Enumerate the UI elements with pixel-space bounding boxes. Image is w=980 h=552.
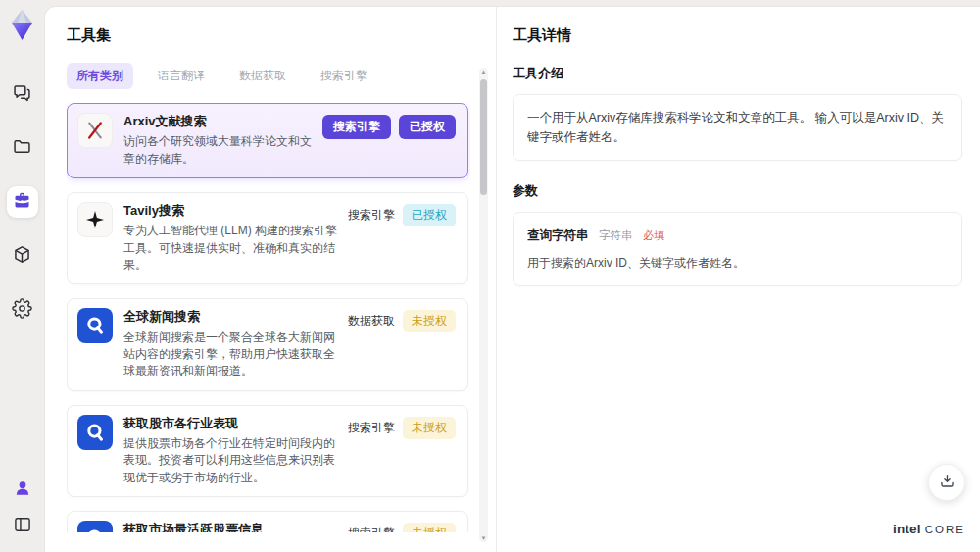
app-logo[interactable] [6, 8, 38, 43]
nav-chat[interactable] [7, 78, 38, 110]
category-tab-label: 搜索引擎 [320, 69, 368, 82]
toolbox-icon [12, 190, 32, 215]
tool-description: 全球新闻搜索是一个聚合全球各大新闻网站内容的搜索引擎，帮助用户快速获取全球最新资… [123, 329, 337, 380]
search-app-icon [77, 415, 113, 450]
category-tab-3[interactable]: 搜索引擎 [311, 63, 377, 89]
rail-bottom [0, 477, 44, 540]
tool-list-panel: 工具集 所有类别 语言翻译 数据获取 搜索引擎 Arxiv文献搜索 访问各个研究… [45, 7, 497, 552]
tool-body: 获取股市各行业表现 提供股票市场各个行业在特定时间段内的表现。投资者可以利用这些… [123, 415, 337, 486]
tool-status-badge[interactable]: 已授权 [399, 115, 456, 139]
tool-category-label: 搜索引擎 [348, 417, 395, 439]
tool-body: 全球新闻搜索 全球新闻搜索是一个聚合全球各大新闻网站内容的搜索引擎，帮助用户快速… [123, 308, 337, 379]
download-button[interactable] [928, 464, 965, 501]
param-box: 查询字符串 字符串 必填 用于搜索的Arxiv ID、关键字或作者姓名。 [513, 212, 962, 286]
tool-meta: 搜索引擎 已授权 [322, 113, 456, 168]
folder-icon [12, 136, 32, 161]
param-header: 查询字符串 字符串 必填 [527, 226, 948, 245]
tool-name: 获取市场最活跃股票信息 [123, 521, 337, 532]
params-heading: 参数 [513, 182, 962, 200]
tool-category-label: 搜索引擎 [348, 204, 395, 226]
intro-text: 一个用于从Arxiv存储库搜索科学论文和文章的工具。 输入可以是Arxiv ID… [527, 111, 944, 144]
category-tab-label: 所有类别 [76, 69, 123, 82]
category-tab-1[interactable]: 语言翻译 [148, 63, 215, 89]
cube-icon [12, 244, 32, 269]
param-description: 用于搜索的Arxiv ID、关键字或作者姓名。 [527, 254, 948, 273]
tool-category-label[interactable]: 搜索引擎 [322, 115, 391, 139]
user-icon [13, 478, 32, 502]
category-tab-label: 语言翻译 [158, 69, 205, 82]
param-name: 查询字符串 [527, 228, 589, 242]
download-icon [938, 472, 956, 494]
tool-meta: 数据获取 未授权 [348, 308, 456, 379]
tool-meta: 搜索引擎 未授权 [348, 415, 456, 486]
tool-body: Arxiv文献搜索 访问各个研究领域大量科学论文和文章的存储库。 [123, 113, 312, 168]
intro-box: 一个用于从Arxiv存储库搜索科学论文和文章的工具。 输入可以是Arxiv ID… [513, 94, 962, 161]
tool-cards: Arxiv文献搜索 访问各个研究领域大量科学论文和文章的存储库。 搜索引擎 已授… [67, 103, 470, 532]
tool-body: 获取市场最活跃股票信息 提供当天交易量最高的股票列表，投资者可以利用这些信息来识… [123, 521, 337, 532]
tool-name: Tavily搜索 [123, 202, 337, 220]
page-title: 工具集 [67, 26, 470, 45]
tool-card[interactable]: Tavily搜索 专为人工智能代理 (LLM) 构建的搜索引擎工具。可快速提供实… [67, 192, 468, 284]
brand-intel: intel [893, 522, 921, 536]
tool-card[interactable]: 获取股市各行业表现 提供股票市场各个行业在特定时间段内的表现。投资者可以利用这些… [67, 405, 468, 497]
category-tab-0[interactable]: 所有类别 [67, 63, 133, 89]
nav-toolbox[interactable] [7, 186, 38, 218]
tool-meta: 搜索引擎 未授权 [348, 521, 456, 532]
tool-category-label: 数据获取 [348, 310, 395, 332]
tavily-star-icon [77, 202, 113, 237]
brand-core: CORE [925, 524, 965, 535]
category-tabs: 所有类别 语言翻译 数据获取 搜索引擎 [67, 63, 470, 89]
tool-detail-panel: 工具详情 工具介绍 一个用于从Arxiv存储库搜索科学论文和文章的工具。 输入可… [497, 7, 980, 552]
tool-status-badge: 已授权 [403, 204, 456, 226]
detail-title: 工具详情 [513, 26, 962, 45]
scroll-down-icon[interactable]: ▼ [479, 534, 488, 542]
tool-category-label: 搜索引擎 [348, 523, 395, 532]
tool-body: Tavily搜索 专为人工智能代理 (LLM) 构建的搜索引擎工具。可快速提供实… [123, 202, 337, 274]
nav-files[interactable] [7, 132, 38, 164]
tool-card[interactable]: Arxiv文献搜索 访问各个研究领域大量科学论文和文章的存储库。 搜索引擎 已授… [67, 103, 468, 178]
user-avatar[interactable] [9, 477, 36, 504]
tool-name: Arxiv文献搜索 [123, 113, 312, 130]
tool-card[interactable]: 全球新闻搜索 全球新闻搜索是一个聚合全球各大新闻网站内容的搜索引擎，帮助用户快速… [67, 298, 468, 390]
scroll-up-icon[interactable]: ▲ [479, 68, 488, 75]
category-tab-label: 数据获取 [239, 69, 286, 82]
param-type: 字符串 [599, 229, 633, 241]
tool-status-badge: 未授权 [403, 523, 456, 532]
search-app-icon [77, 308, 113, 343]
rail-nav [0, 78, 44, 326]
param-required-badge: 必填 [643, 229, 664, 241]
arxiv-logo-icon [77, 113, 113, 148]
scrollbar-thumb[interactable] [480, 79, 487, 195]
nav-settings[interactable] [7, 294, 38, 326]
chat-icon [12, 82, 32, 107]
collapse-sidebar-button[interactable] [9, 513, 36, 540]
scrollbar-track[interactable]: ▲ ▼ [479, 68, 488, 542]
tool-name: 全球新闻搜索 [123, 308, 337, 326]
tool-description: 专为人工智能代理 (LLM) 构建的搜索引擎工具。可快速提供实时、准确和真实的结… [123, 223, 337, 274]
tool-card[interactable]: 获取市场最活跃股票信息 提供当天交易量最高的股票列表，投资者可以利用这些信息来识… [67, 511, 468, 532]
settings-icon [12, 298, 32, 323]
main-surface: 工具集 所有类别 语言翻译 数据获取 搜索引擎 Arxiv文献搜索 访问各个研究… [44, 6, 980, 552]
search-app-icon [77, 521, 113, 532]
left-rail [0, 0, 44, 552]
tool-status-badge: 未授权 [403, 310, 456, 332]
tool-status-badge: 未授权 [403, 417, 456, 439]
tool-name: 获取股市各行业表现 [123, 415, 337, 432]
intel-core-logo: intel CORE [893, 522, 965, 536]
tool-description: 访问各个研究领域大量科学论文和文章的存储库。 [123, 133, 312, 168]
tool-meta: 搜索引擎 已授权 [348, 202, 456, 274]
intro-heading: 工具介绍 [513, 65, 962, 82]
category-tab-2[interactable]: 数据获取 [229, 63, 296, 89]
collapse-panel-icon [13, 515, 32, 538]
nav-models[interactable] [7, 240, 38, 272]
tool-description: 提供股票市场各个行业在特定时间段内的表现。投资者可以利用这些信息来识别表现优于或… [123, 435, 337, 486]
